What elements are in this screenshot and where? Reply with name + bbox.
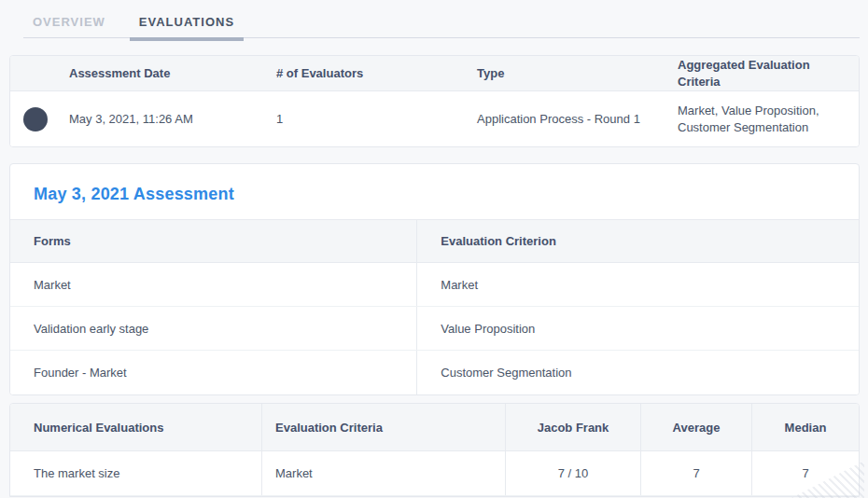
col-evaluator-jacob-frank: Jacob Frank — [506, 404, 641, 450]
col-assessment-date: Assessment Date — [60, 66, 267, 80]
tab-overview[interactable]: OVERVIEW — [23, 0, 115, 39]
assessment-title: May 3, 2021 Assessment — [10, 164, 859, 219]
assessment-row[interactable]: May 3, 2021, 11:26 AM 1 Application Proc… — [10, 91, 859, 146]
score-cell: 7 / 10 — [506, 451, 641, 495]
forms-row[interactable]: Founder - Market Customer Segmentation — [10, 351, 859, 394]
col-type: Type — [468, 66, 668, 80]
assessment-date-cell: May 3, 2021, 11:26 AM — [60, 112, 267, 126]
forms-table-header: Forms Evaluation Criterion — [10, 219, 859, 263]
form-name-cell: Market — [10, 263, 417, 306]
evaluator-avatar — [23, 107, 48, 131]
col-evaluators: # of Evaluators — [267, 66, 468, 80]
question-cell: The market size — [10, 451, 262, 495]
tab-evaluations[interactable]: EVALUATIONS — [130, 0, 244, 39]
col-forms: Forms — [10, 220, 417, 262]
col-median: Median — [752, 404, 859, 450]
assessment-detail-card: May 3, 2021 Assessment Forms Evaluation … — [9, 163, 860, 395]
numerical-row[interactable]: The market size Market 7 / 10 7 7 — [10, 451, 859, 496]
median-cell: 7 — [752, 451, 859, 495]
col-average: Average — [641, 404, 752, 450]
tab-bar: OVERVIEW EVALUATIONS — [0, 0, 868, 39]
form-name-cell: Founder - Market — [10, 351, 417, 394]
forms-row[interactable]: Market Market — [10, 263, 859, 307]
col-numerical-evaluations: Numerical Evaluations — [10, 404, 262, 450]
form-name-cell: Validation early stage — [10, 307, 417, 350]
criterion-cell: Value Proposition — [417, 322, 859, 336]
col-evaluation-criterion: Evaluation Criterion — [417, 234, 859, 248]
criteria-cell: Market — [262, 451, 506, 495]
aggregated-criteria-cell: Market, Value Proposition, Customer Segm… — [668, 103, 859, 135]
assessments-table-header: Assessment Date # of Evaluators Type Agg… — [10, 56, 859, 91]
criterion-cell: Market — [417, 278, 859, 292]
type-cell: Application Process - Round 1 — [468, 112, 668, 126]
numerical-evaluations-table: Numerical Evaluations Evaluation Criteri… — [9, 403, 860, 497]
numerical-table-header: Numerical Evaluations Evaluation Criteri… — [10, 404, 859, 451]
col-aggregated-criteria: Aggregated Evaluation Criteria — [668, 57, 859, 90]
criterion-cell: Customer Segmentation — [417, 366, 859, 380]
evaluators-count-cell: 1 — [267, 112, 468, 126]
assessments-table: Assessment Date # of Evaluators Type Agg… — [9, 55, 860, 147]
col-evaluation-criteria: Evaluation Criteria — [262, 404, 506, 450]
average-cell: 7 — [641, 451, 752, 495]
avatar-cell — [10, 107, 60, 131]
forms-row[interactable]: Validation early stage Value Proposition — [10, 307, 859, 351]
